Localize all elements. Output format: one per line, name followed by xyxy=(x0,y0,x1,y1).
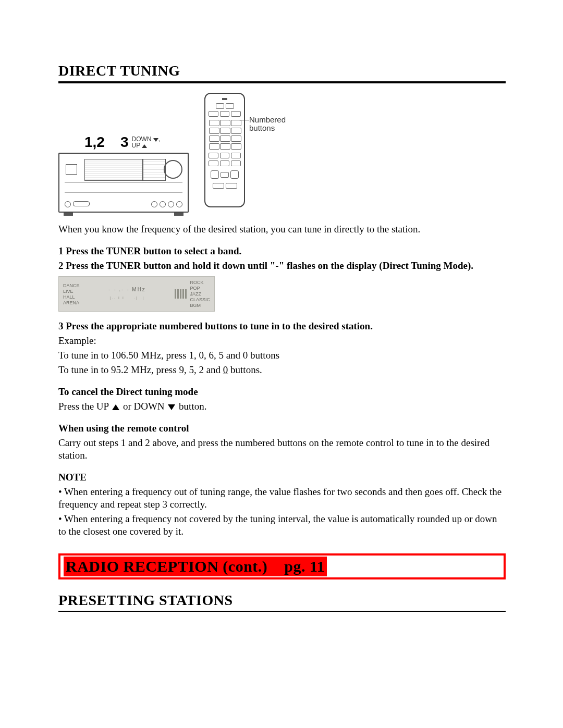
example-1: To tune in to 106.50 MHz, press 1, 0, 6,… xyxy=(58,349,506,362)
section-heading-presetting-stations: PRESETTING STATIONS xyxy=(58,592,506,609)
figure-row: 1,2 3 DOWN , UP xyxy=(58,93,506,213)
manual-page: DIRECT TUNING 1,2 3 DOWN , UP xyxy=(0,0,563,728)
remote-diagram xyxy=(204,93,245,207)
page-reference-text: RADIO RECEPTION (cont.) pg. 11 xyxy=(64,557,327,576)
receiver-figure: 1,2 3 DOWN , UP xyxy=(58,134,194,213)
lcd-mhz-readout: - - .- - MHz xyxy=(108,287,146,292)
cancel-body: Press the UP or DOWN button. xyxy=(58,400,506,413)
step-2: 2 Press the TUNER button and hold it dow… xyxy=(58,260,506,272)
callout-label-12: 1,2 xyxy=(84,134,105,151)
heading-rule xyxy=(58,81,506,83)
remote-body: Carry out steps 1 and 2 above, and press… xyxy=(58,437,506,462)
page-reference-callout: RADIO RECEPTION (cont.) pg. 11 xyxy=(58,553,506,579)
triangle-up-icon xyxy=(112,404,119,410)
triangle-down-icon xyxy=(153,138,158,142)
body-text: When you know the frequency of the desir… xyxy=(58,223,506,538)
cancel-heading: To cancel the Direct tuning mode xyxy=(58,386,506,398)
example-label: Example: xyxy=(58,335,506,347)
remote-numbered-buttons-label: Numbered buttons xyxy=(249,116,286,132)
section-heading-direct-tuning: DIRECT TUNING xyxy=(58,63,506,79)
note-heading: NOTE xyxy=(58,471,506,484)
callout-label-3: 3 xyxy=(120,134,129,151)
down-up-labels: DOWN , UP xyxy=(132,136,161,149)
step-1: 1 Press the TUNER button to select a ban… xyxy=(58,245,506,257)
receiver-diagram xyxy=(58,153,189,213)
triangle-up-icon xyxy=(142,144,147,148)
lcd-right-labels: ROCK POP JAZZ CLASSIC BGM xyxy=(190,280,210,308)
example-2: To tune in to 95.2 MHz, press 9, 5, 2 an… xyxy=(58,364,506,376)
heading-rule xyxy=(58,611,506,612)
remote-heading: When using the remote control xyxy=(58,422,506,435)
step-3: 3 Press the appropriate numbered buttons… xyxy=(58,320,506,332)
triangle-down-icon xyxy=(168,404,175,410)
intro-text: When you know the frequency of the desir… xyxy=(58,223,506,236)
lcd-display-figure: DANCE LIVE HALL ARENA - - .- - MHz |.. i… xyxy=(58,276,215,312)
note-2: • When entering a frequency not covered … xyxy=(58,513,506,538)
lcd-left-labels: DANCE LIVE HALL ARENA xyxy=(63,283,80,305)
remote-figure: Numbered buttons xyxy=(204,93,293,213)
note-1: • When entering a frequency out of tunin… xyxy=(58,486,506,511)
